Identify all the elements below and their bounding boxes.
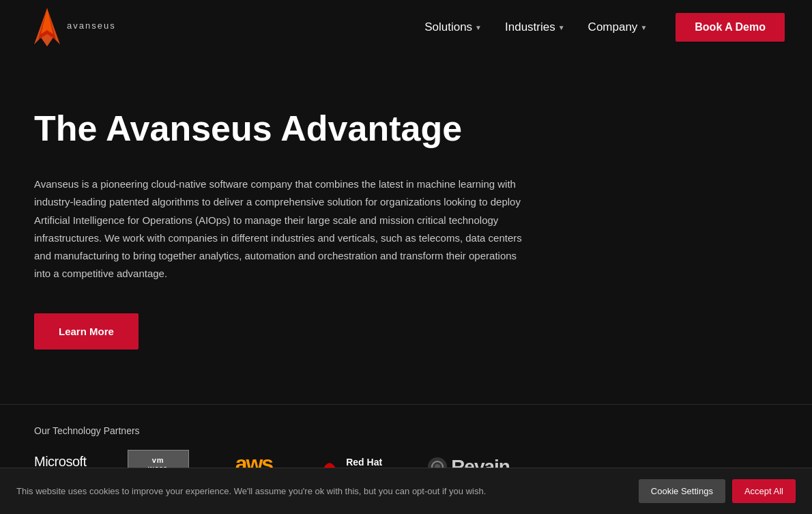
nav-industries[interactable]: Industries ▼ [497,15,573,40]
solutions-chevron-icon: ▼ [475,24,482,31]
cookie-banner: This website uses cookies to improve you… [0,468,812,514]
partners-label: Our Technology Partners [34,425,778,436]
cookie-settings-button[interactable]: Cookie Settings [639,479,725,503]
cookie-text: This website uses cookies to improve you… [16,486,486,496]
learn-more-button[interactable]: Learn More [34,313,139,349]
logo-text: avanseus [67,20,116,31]
company-chevron-icon: ▼ [640,24,647,31]
hero-headline: The Avanseus Advantage [34,109,525,148]
nav-company[interactable]: Company ▼ [580,15,656,40]
logo[interactable]: avanseus [27,7,116,48]
navbar: avanseus Solutions ▼ Industries ▼ Compan… [0,0,812,55]
cookie-buttons: Cookie Settings Accept All [639,479,796,503]
industries-chevron-icon: ▼ [558,24,565,31]
book-demo-button[interactable]: Book A Demo [676,13,785,42]
hero-description: Avanseus is a pioneering cloud-native so… [34,175,525,283]
nav-links: Solutions ▼ Industries ▼ Company ▼ Book … [416,13,785,42]
hero-section: The Avanseus Advantage Avanseus is a pio… [0,55,560,390]
accept-all-button[interactable]: Accept All [732,479,796,503]
nav-solutions[interactable]: Solutions ▼ [416,15,490,40]
